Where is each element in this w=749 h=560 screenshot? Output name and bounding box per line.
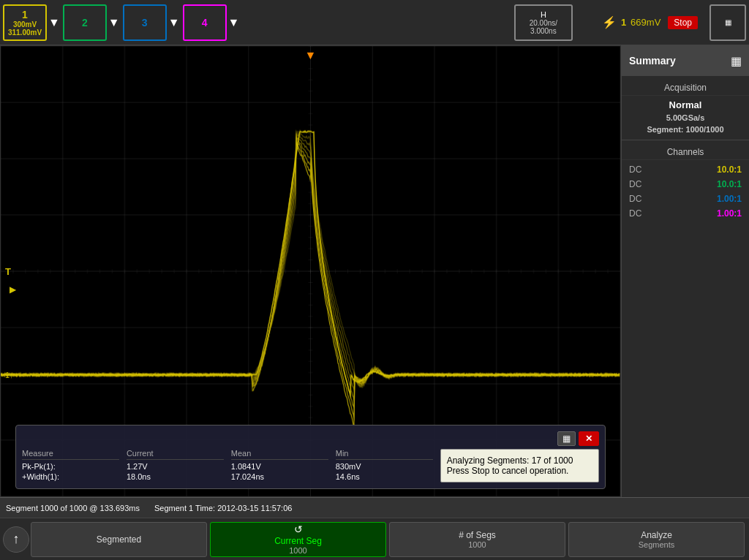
acquisition-section: Acquisition Normal 5.00GSa/s Segment: 10…	[622, 76, 749, 140]
channel-4-button[interactable]: 4	[183, 4, 227, 41]
channels-section: Channels DC 10.0:1 DC 10.0:1 DC 1.00:1 D…	[622, 140, 749, 225]
ch3-number: 3	[142, 17, 148, 29]
channels-header: Channels	[622, 145, 749, 160]
one-marker: 1↑	[5, 371, 14, 379]
meas-val-width-current: 18.0ns	[127, 472, 224, 482]
scope-display: ▼ T ▶ 1↑ ▦ ✕ Measure Pk-Pk(1): +Width(1)…	[0, 45, 621, 497]
ch2-number: 2	[82, 17, 88, 29]
segmented-label: Segmented	[97, 534, 141, 545]
meas-val-width-min: 14.6ns	[336, 472, 433, 482]
ch3-coupling: DC	[629, 194, 641, 204]
timebase-label: H	[541, 10, 546, 19]
num-segs-label: # of Segs	[459, 530, 496, 540]
ch1-dropdown[interactable]: ▼	[48, 16, 60, 29]
measurement-overlay: ▦ ✕ Measure Pk-Pk(1): +Width(1): Current…	[15, 425, 606, 489]
analyzing-line1: Analyzing Segments: 17 of 1000	[447, 455, 592, 466]
meas-val-pkpk-mean: 1.0841V	[231, 461, 328, 472]
nav-up-button[interactable]: ↑	[3, 526, 29, 553]
current-seg-val: 1000	[289, 546, 306, 555]
acq-mode: Normal	[622, 98, 749, 112]
ch1-number: 1	[22, 9, 28, 20]
meas-val-pkpk-label: Pk-Pk(1):	[22, 461, 119, 472]
analyze-button[interactable]: Analyze Segments	[568, 522, 745, 557]
summary-header: Summary ▦	[622, 45, 749, 76]
summary-title: Summary	[629, 55, 676, 67]
ch3-dropdown[interactable]: ▼	[168, 16, 180, 29]
meas-header-min: Min	[336, 449, 433, 460]
ch4-number: 4	[202, 17, 208, 29]
sidebar: Summary ▦ Acquisition Normal 5.00GSa/s S…	[621, 45, 749, 497]
segmented-button[interactable]: Segmented	[31, 522, 207, 557]
ch-row-2: DC 10.0:1	[622, 177, 749, 192]
analyze-val: Segments	[639, 540, 675, 549]
channel-2-button[interactable]: 2	[63, 4, 107, 41]
meas-header-measure: Measure	[22, 449, 119, 460]
meas-table-icon[interactable]: ▦	[557, 431, 576, 446]
acq-display-button[interactable]: ▦	[710, 4, 746, 41]
status-right: Segment 1 Time: 2012-03-15 11:57:06	[154, 504, 292, 512]
current-seg-button[interactable]: ↺ Current Seg 1000	[210, 522, 386, 557]
meas-col-current: Current 1.27V 18.0ns	[127, 449, 224, 483]
meas-col-measure: Measure Pk-Pk(1): +Width(1):	[22, 449, 119, 483]
ch4-dropdown[interactable]: ▼	[228, 16, 240, 29]
t-marker: T	[5, 266, 11, 277]
meas-header-current: Current	[127, 449, 224, 460]
meas-table: Measure Pk-Pk(1): +Width(1): Current 1.2…	[22, 449, 599, 483]
ch4-ratio: 1.00:1	[717, 208, 742, 219]
channel-1-button[interactable]: 1 300mV 311.00mV	[3, 4, 47, 41]
meas-val-pkpk-min: 830mV	[336, 461, 433, 472]
num-segs-button[interactable]: # of Segs 1000	[389, 522, 565, 557]
ch1-coupling: DC	[629, 164, 641, 175]
main-content: ▼ T ▶ 1↑ ▦ ✕ Measure Pk-Pk(1): +Width(1)…	[0, 45, 749, 497]
meas-val-pkpk-current: 1.27V	[127, 461, 224, 472]
timebase-delay: 3.000ns	[530, 27, 557, 35]
ch1-ratio: 10.0:1	[717, 164, 742, 175]
ch3-ratio: 1.00:1	[717, 194, 742, 204]
current-seg-label: Current Seg	[274, 536, 322, 546]
current-seg-icon: ↺	[294, 523, 303, 535]
t-arrow: ▶	[10, 284, 16, 295]
acq-segment: Segment: 1000/1000	[622, 124, 749, 135]
analyzing-line2: Press Stop to cancel operation.	[447, 466, 592, 476]
num-segs-val: 1000	[468, 540, 486, 549]
ch4-coupling: DC	[629, 208, 641, 219]
ch1-value: 300mV	[13, 20, 37, 29]
meas-close-button[interactable]: ✕	[579, 431, 599, 446]
ch2-coupling: DC	[629, 179, 641, 189]
timebase-button[interactable]: H 20.00ns/ 3.000ns	[514, 4, 573, 41]
ch-row-4: DC 1.00:1	[622, 206, 749, 221]
trigger-section: ⚡ 1 669mV Stop	[596, 15, 704, 29]
acq-rate: 5.00GSa/s	[622, 112, 749, 124]
channel-3-button[interactable]: 3	[123, 4, 167, 41]
ch1-value2: 311.00mV	[8, 29, 42, 37]
timebase-main: 20.00ns/	[530, 19, 557, 27]
status-bar: Segment 1000 of 1000 @ 133.693ms Segment…	[0, 497, 749, 518]
meas-val-width-label: +Width(1):	[22, 472, 119, 482]
bottom-toolbar: ↑ Segmented ↺ Current Seg 1000 # of Segs…	[0, 518, 749, 560]
meas-header-mean: Mean	[231, 449, 328, 460]
acq-icon: ▦	[725, 18, 731, 26]
analyze-label: Analyze	[641, 530, 672, 540]
meas-val-width-mean: 17.024ns	[231, 472, 328, 482]
trigger-value: 669mV	[631, 17, 660, 28]
status-left: Segment 1000 of 1000 @ 133.693ms	[6, 504, 140, 512]
trigger-icon: ⚡	[602, 15, 617, 29]
ch-row-3: DC 1.00:1	[622, 192, 749, 206]
trigger-num: 1	[621, 17, 626, 28]
meas-col-mean: Mean 1.0841V 17.024ns	[231, 449, 328, 483]
ch2-dropdown[interactable]: ▼	[108, 16, 120, 29]
summary-icon[interactable]: ▦	[731, 54, 742, 68]
trigger-marker: ▼	[305, 49, 317, 62]
ch-row-1: DC 10.0:1	[622, 162, 749, 177]
stop-badge[interactable]: Stop	[668, 16, 698, 29]
acquisition-header: Acquisition	[622, 80, 749, 96]
analyzing-box: Analyzing Segments: 17 of 1000 Press Sto…	[440, 449, 599, 483]
meas-col-min: Min 830mV 14.6ns	[336, 449, 433, 483]
ch2-ratio: 10.0:1	[717, 179, 742, 189]
top-toolbar: 1 300mV 311.00mV ▼ 2 ▼ 3 ▼ 4 ▼ H 20.00ns…	[0, 0, 749, 45]
